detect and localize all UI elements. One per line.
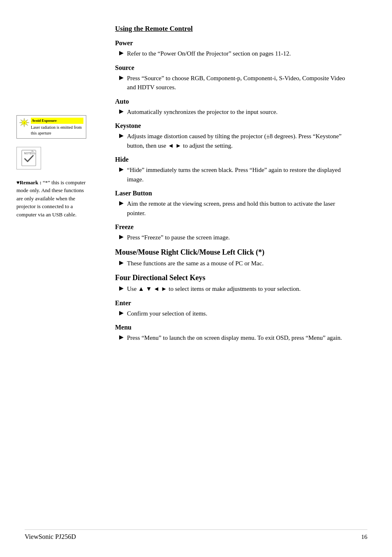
remark-star: “*” [43,179,50,186]
bullet-item-4-0: ▶“Hide” immediately turns the screen bla… [119,165,351,184]
section-5: Laser Button▶Aim the remote at the viewi… [115,190,351,218]
bullet-item-1-0: ▶Press “Source” to choose RGB, Component… [119,74,351,92]
section-heading-10: Menu [115,324,351,331]
sections-container: Power▶Refer to the “Power On/Off the Pro… [115,39,351,343]
bullet-item-3-0: ▶Adjusts image distortion caused by tilt… [119,132,351,150]
footer-page-number: 16 [361,534,367,541]
warning-label: Avoid Exposure [31,118,83,124]
section-heading-8: Four Directional Select Keys [115,274,351,282]
bullet-text-4-0: “Hide” immediately turns the screen blac… [127,165,351,184]
section-heading-9: Enter [115,299,351,307]
section-heading-3: Keystone [115,122,351,130]
bullet-text-3-0: Adjusts image distortion caused by tilti… [127,132,351,150]
bullet-arrow-icon: ▶ [119,309,124,316]
page-title: Using the Remote Control [115,25,351,33]
section-1: Source▶Press “Source” to choose RGB, Com… [115,64,351,92]
sidebar: ! Avoid Exposure Laser radiation is emit… [16,115,86,218]
section-8: Four Directional Select Keys▶Use ▲ ▼ ◄ ►… [115,274,351,294]
bullet-item-10-0: ▶Press “Menu” to launch the on screen di… [119,333,351,343]
bullet-arrow-icon: ▶ [119,49,124,56]
bullet-arrow-icon: ▶ [119,200,124,207]
bullet-arrow-icon: ▶ [119,74,124,81]
bullet-item-8-0: ▶Use ▲ ▼ ◄ ► to select items or make adj… [119,284,351,294]
svg-text:NOTE: NOTE [24,152,32,155]
warning-box: ! Avoid Exposure Laser radiation is emit… [16,115,86,139]
section-6: Freeze▶Press “Freeze” to pause the scree… [115,223,351,242]
bullet-item-9-0: ▶Confirm your selection of items. [119,309,351,318]
footer-model: PJ256D [53,533,76,540]
bullet-text-1-0: Press “Source” to choose RGB, Component-… [127,74,351,92]
section-3: Keystone▶Adjusts image distortion caused… [115,122,351,150]
bullet-arrow-icon: ▶ [119,108,124,115]
section-10: Menu▶Press “Menu” to launch the on scree… [115,324,351,343]
footer-brand: ViewSonic PJ256D [25,533,76,541]
bullet-item-2-0: ▶Automatically synchronizes the projecto… [119,107,351,117]
bullet-arrow-icon: ▶ [119,334,124,341]
section-2: Auto▶Automatically synchronizes the proj… [115,98,351,117]
bullet-arrow-icon: ▶ [119,259,124,266]
bullet-item-7-0: ▶These functions are the same as a mouse… [119,259,351,268]
starburst-icon: ! [19,118,29,128]
bullet-text-8-0: Use ▲ ▼ ◄ ► to select items or make adju… [127,284,301,294]
note-icon: NOTE [20,149,37,167]
warning-content: Avoid Exposure Laser radiation is emitte… [31,118,83,136]
page: ! Avoid Exposure Laser radiation is emit… [0,0,392,557]
bullet-text-6-0: Press “Freeze” to pause the screen image… [127,233,230,242]
section-heading-6: Freeze [115,223,351,231]
warning-text: Laser radiation is emitted from this ape… [31,125,83,136]
remark-text: ♥Remark : “*” this is computer mode only… [16,179,86,219]
section-heading-5: Laser Button [115,190,351,197]
bullet-item-5-0: ▶Aim the remote at the viewing screen, p… [119,199,351,218]
footer: ViewSonic PJ256D 16 [25,529,367,541]
section-heading-4: Hide [115,156,351,163]
bullet-text-0-0: Refer to the “Power On/Off the Projector… [127,49,291,58]
svg-text:!: ! [24,122,25,124]
section-heading-0: Power [115,39,351,47]
bullet-text-10-0: Press “Menu” to launch the on screen dis… [127,333,342,343]
footer-brand-name: ViewSonic [25,533,53,540]
bullet-arrow-icon: ▶ [119,132,124,139]
section-0: Power▶Refer to the “Power On/Off the Pro… [115,39,351,58]
bullet-arrow-icon: ▶ [119,233,124,240]
bullet-text-9-0: Confirm your selection of items. [127,309,207,318]
bullet-text-2-0: Automatically synchronizes the projector… [127,107,278,117]
section-heading-1: Source [115,64,351,72]
main-content: Using the Remote Control Power▶Refer to … [115,25,351,343]
bullet-item-0-0: ▶Refer to the “Power On/Off the Projecto… [119,49,351,58]
bullet-item-6-0: ▶Press “Freeze” to pause the screen imag… [119,233,351,242]
bullet-text-7-0: These functions are the same as a mouse … [127,259,263,268]
note-area: NOTE [16,147,86,174]
section-7: Mouse/Mouse Right Click/Mouse Left Click… [115,248,351,268]
remark-prefix: ♥Remark : [16,179,42,186]
section-9: Enter▶Confirm your selection of items. [115,299,351,318]
bullet-arrow-icon: ▶ [119,166,124,173]
section-4: Hide▶“Hide” immediately turns the screen… [115,156,351,184]
section-heading-2: Auto [115,98,351,105]
bullet-text-5-0: Aim the remote at the viewing screen, pr… [127,199,351,218]
section-heading-7: Mouse/Mouse Right Click/Mouse Left Click… [115,248,351,257]
bullet-arrow-icon: ▶ [119,285,124,292]
note-box: NOTE [16,147,41,169]
